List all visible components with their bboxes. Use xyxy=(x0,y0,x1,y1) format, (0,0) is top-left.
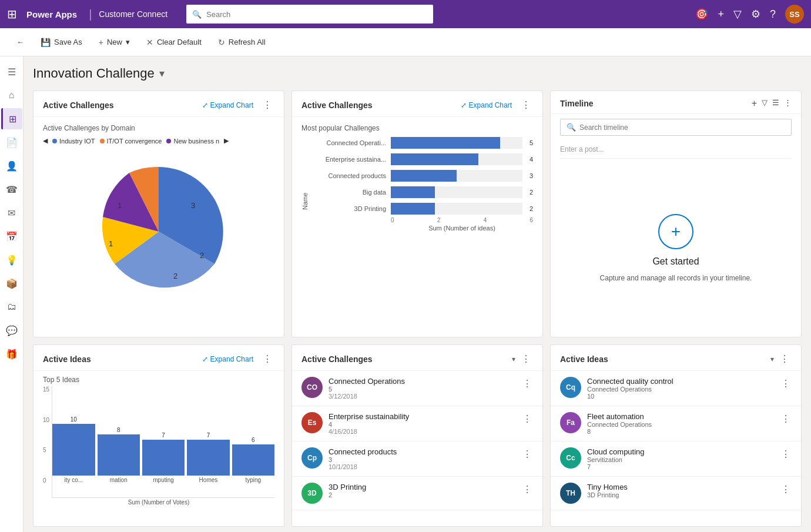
challenges-list-scroll: CO Connected Operations 5 3/12/2018 ⋮ Es… xyxy=(292,371,542,526)
bar-expand-label: Expand Chart xyxy=(469,101,512,109)
challenge-name-0: Connected Operations xyxy=(329,377,515,386)
ideas-list-chevron-icon[interactable]: ▾ xyxy=(770,355,774,363)
list-item: Cp Connected products 3 10/1/2018 ⋮ xyxy=(292,441,542,477)
legend-item-0: Industry IOT xyxy=(52,138,95,145)
add-icon[interactable]: + xyxy=(718,8,724,21)
new-label: New xyxy=(107,38,122,46)
sidebar-item-products[interactable]: 📦 xyxy=(1,273,22,294)
ideas-chart-body: Top 5 Ideas 15 10 5 0 10 xyxy=(33,371,284,526)
bar-card-body: Most popular Challenges Name Connected O… xyxy=(292,117,542,337)
bar-value-2: 3 xyxy=(530,172,533,179)
idea-more-0[interactable]: ⋮ xyxy=(780,377,792,390)
challenge-info-0: Connected Operations 5 3/12/2018 xyxy=(329,377,515,400)
settings-icon[interactable]: ⚙ xyxy=(751,8,760,21)
idea-avatar-1: Fa xyxy=(560,412,581,433)
pie-expand-button[interactable]: ⤢ Expand Chart xyxy=(200,100,256,111)
global-search-input[interactable] xyxy=(206,10,427,19)
timeline-add-icon[interactable]: + xyxy=(752,98,757,109)
sidebar-item-home[interactable]: ⌂ xyxy=(1,85,22,106)
challenge-count-2: 3 xyxy=(329,456,515,463)
idea-info-0: Connected quality control Connected Oper… xyxy=(587,377,774,400)
bar-expand-button[interactable]: ⤢ Expand Chart xyxy=(458,100,514,111)
ideas-list-more-icon[interactable]: ⋮ xyxy=(778,352,792,366)
active-ideas-chart-card: Active Ideas ⤢ Expand Chart ⋮ Top 5 Idea… xyxy=(33,344,284,527)
new-icon: + xyxy=(99,38,103,47)
legend-item-1: IT/OT convergence xyxy=(100,138,162,145)
timeline-search-input[interactable] xyxy=(579,123,785,132)
list-item: Es Enterprise sustainability 4 4/16/2018… xyxy=(292,406,542,441)
v-bar-col-0: 10 ity co... xyxy=(52,416,95,483)
sidebar-item-calendar[interactable]: 📅 xyxy=(1,226,22,247)
back-button[interactable]: ← xyxy=(9,34,31,50)
challenge-name-3: 3D Printing xyxy=(329,483,515,491)
v-y-labels: 15 10 5 0 xyxy=(43,386,49,498)
challenge-more-0[interactable]: ⋮ xyxy=(521,377,533,390)
target-icon[interactable]: 🎯 xyxy=(695,8,708,21)
sidebar-item-chat[interactable]: 💬 xyxy=(1,320,22,341)
challenge-more-3[interactable]: ⋮ xyxy=(521,483,533,496)
legend-prev-icon[interactable]: ◀ xyxy=(43,137,48,145)
timeline-filter-icon[interactable]: ▽ xyxy=(762,98,768,109)
bar-track-1 xyxy=(391,153,522,165)
sidebar-item-phone[interactable]: ☎ xyxy=(1,179,22,200)
pie-card-title: Active Challenges xyxy=(43,101,200,110)
clear-default-button[interactable]: ✕ Clear Default xyxy=(139,34,209,51)
challenge-more-2[interactable]: ⋮ xyxy=(521,447,533,461)
idea-name-0: Connected quality control xyxy=(587,377,774,386)
x-tick-3: 6 xyxy=(530,217,533,223)
bar-label-1: Enterprise sustaina... xyxy=(316,156,386,163)
legend-label-0: Industry IOT xyxy=(59,138,95,145)
timeline-plus-button[interactable]: + xyxy=(658,214,693,249)
challenge-count-0: 5 xyxy=(329,386,515,393)
sidebar-item-contacts[interactable]: 👤 xyxy=(1,155,22,176)
ideas-expand-label: Expand Chart xyxy=(210,355,253,363)
filter-icon[interactable]: ▽ xyxy=(733,8,742,21)
ideas-expand-button[interactable]: ⤢ Expand Chart xyxy=(200,354,256,364)
timeline-card: Timeline + ▽ ☰ ⋮ 🔍 Enter a post... + Get… xyxy=(550,91,802,337)
pie-legend: ◀ Industry IOT IT/OT convergence New bus… xyxy=(43,137,274,145)
legend-next-icon[interactable]: ▶ xyxy=(224,137,229,145)
grid-icon[interactable]: ⊞ xyxy=(7,7,17,21)
timeline-more-icon[interactable]: ⋮ xyxy=(784,98,792,109)
ideas-card-actions: ⤢ Expand Chart ⋮ xyxy=(200,352,274,366)
timeline-columns-icon[interactable]: ☰ xyxy=(772,98,779,109)
ideas-list-header: Active Ideas ▾ ⋮ xyxy=(551,345,801,371)
refresh-all-button[interactable]: ↻ Refresh All xyxy=(211,34,273,51)
help-icon[interactable]: ? xyxy=(770,8,776,21)
list-item: Cq Connected quality control Connected O… xyxy=(551,371,801,406)
v-bar-col-1: 8 mation xyxy=(98,427,140,483)
ideas-more-icon[interactable]: ⋮ xyxy=(260,352,274,366)
challenges-list-chevron-icon[interactable]: ▾ xyxy=(512,355,515,363)
y-label-15: 15 xyxy=(43,386,49,393)
idea-more-2[interactable]: ⋮ xyxy=(780,447,792,461)
user-avatar[interactable]: SS xyxy=(785,5,804,24)
sidebar-item-ideas[interactable]: 💡 xyxy=(1,249,22,270)
timeline-post-input[interactable]: Enter a post... xyxy=(560,140,792,159)
clear-default-label: Clear Default xyxy=(157,38,202,46)
bar-more-icon[interactable]: ⋮ xyxy=(519,98,533,112)
nav-separator: | xyxy=(89,8,92,21)
bar-value-4: 2 xyxy=(530,205,533,212)
new-button[interactable]: + New ▾ xyxy=(92,34,137,51)
idea-name-2: Cloud computing xyxy=(587,447,774,456)
idea-more-1[interactable]: ⋮ xyxy=(780,412,792,426)
sidebar-item-menu[interactable]: ☰ xyxy=(1,61,22,82)
save-as-button[interactable]: 💾 Save As xyxy=(33,34,89,51)
pie-more-icon[interactable]: ⋮ xyxy=(260,98,274,112)
x-axis-ticks: 0 2 4 6 xyxy=(316,217,533,223)
idea-more-3[interactable]: ⋮ xyxy=(780,483,792,496)
idea-sub-2: Servitization xyxy=(587,456,774,463)
refresh-icon: ↻ xyxy=(218,38,225,47)
sidebar-item-offers[interactable]: 🎁 xyxy=(1,343,22,364)
page-title-chevron-icon[interactable]: ▾ xyxy=(159,67,165,80)
challenge-more-1[interactable]: ⋮ xyxy=(521,412,533,426)
challenges-list-more-icon[interactable]: ⋮ xyxy=(519,352,533,366)
idea-info-1: Fleet automation Connected Operations 8 xyxy=(587,412,774,435)
sidebar-item-email[interactable]: ✉ xyxy=(1,202,22,223)
sidebar-item-dashboard[interactable]: ⊞ xyxy=(1,108,22,129)
ideas-chart-subtitle: Top 5 Ideas xyxy=(43,376,274,384)
challenge-date-2: 10/1/2018 xyxy=(329,463,515,470)
sidebar-item-documents[interactable]: 📄 xyxy=(1,132,22,153)
pie-label-2b: 2 xyxy=(200,251,204,260)
sidebar-item-categories[interactable]: 🗂 xyxy=(1,296,22,317)
